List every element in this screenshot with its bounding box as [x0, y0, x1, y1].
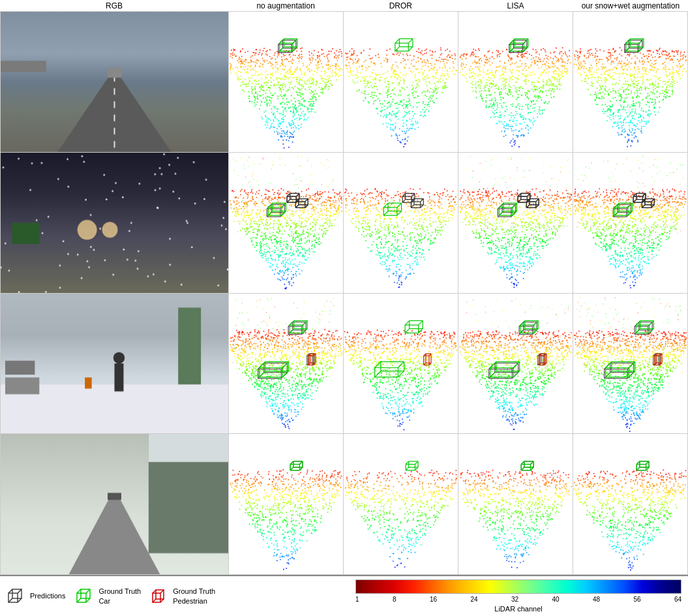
svg-point-11085 [482, 484, 483, 485]
svg-point-3523 [331, 301, 332, 303]
svg-point-11978 [642, 78, 644, 80]
svg-point-3752 [276, 494, 277, 495]
svg-point-1563 [341, 211, 342, 212]
svg-point-11286 [526, 474, 528, 476]
svg-point-11533 [510, 540, 511, 541]
svg-point-10616 [463, 336, 464, 337]
svg-point-2952 [230, 341, 232, 342]
svg-point-10066 [541, 394, 542, 395]
svg-point-15107 [606, 348, 608, 349]
svg-point-1775 [327, 230, 328, 231]
svg-point-15692 [637, 484, 638, 485]
svg-point-4878 [387, 106, 389, 108]
svg-point-9255 [480, 198, 481, 200]
svg-point-10588 [543, 380, 545, 381]
svg-point-5764 [413, 261, 415, 262]
svg-point-5322 [413, 224, 414, 225]
svg-point-11590 [515, 512, 516, 513]
svg-point-10770 [554, 368, 555, 369]
svg-point-10444 [533, 363, 535, 365]
svg-point-9850 [526, 395, 528, 396]
svg-point-11425 [506, 510, 507, 512]
svg-point-6067 [397, 382, 398, 384]
svg-point-8707 [559, 220, 560, 221]
svg-point-1059 [289, 258, 290, 260]
svg-point-1258 [293, 264, 294, 265]
svg-point-6315 [402, 354, 404, 356]
svg-point-8507 [543, 224, 545, 225]
svg-point-4010 [278, 479, 280, 480]
svg-point-48 [269, 105, 270, 106]
svg-point-14690 [589, 345, 590, 346]
svg-point-254 [301, 112, 303, 114]
svg-point-12464 [643, 117, 644, 119]
svg-point-11406 [558, 496, 559, 497]
svg-point-3860 [295, 532, 296, 534]
svg-point-15157 [605, 323, 606, 324]
svg-point-11285 [467, 493, 468, 495]
svg-point-12793 [631, 268, 633, 269]
svg-point-6999 [373, 532, 374, 533]
svg-point-2967 [248, 357, 250, 358]
svg-point-1542 [262, 235, 263, 236]
svg-point-4820 [353, 81, 354, 82]
svg-point-6241 [351, 345, 353, 346]
svg-point-7170 [374, 519, 376, 521]
svg-point-6526 [356, 334, 357, 335]
svg-point-4055 [308, 502, 309, 503]
svg-point-6284 [402, 418, 403, 420]
svg-point-12252 [629, 125, 630, 126]
svg-point-9419 [483, 200, 485, 201]
svg-point-11432 [494, 523, 496, 524]
svg-point-4368 [259, 483, 260, 484]
svg-point-12684 [685, 201, 686, 202]
svg-point-11872 [646, 122, 647, 123]
svg-point-15550 [606, 508, 607, 509]
svg-point-10679 [472, 336, 473, 337]
svg-point-8339 [479, 87, 481, 89]
svg-point-662 [266, 77, 267, 78]
svg-point-14342 [626, 354, 627, 356]
svg-point-8605 [549, 219, 550, 220]
svg-point-14931 [671, 342, 672, 343]
svg-point-7695 [464, 67, 466, 68]
svg-point-7400 [387, 478, 388, 480]
svg-point-12174 [628, 84, 629, 85]
svg-point-7212 [396, 541, 398, 542]
svg-point-9215 [511, 253, 512, 254]
svg-point-12481 [665, 65, 666, 66]
svg-point-12409 [603, 66, 604, 67]
svg-point-5775 [378, 251, 380, 253]
svg-point-9262 [515, 199, 516, 200]
svg-point-5 [296, 51, 297, 52]
svg-point-12384 [595, 72, 597, 74]
svg-point-10334 [544, 383, 545, 384]
svg-point-13444 [659, 196, 660, 197]
svg-point-14315 [654, 386, 655, 388]
svg-point-4902 [392, 68, 393, 69]
svg-point-3954 [275, 485, 276, 486]
svg-point-7272 [436, 486, 438, 487]
svg-point-11809 [638, 120, 639, 121]
svg-point-225 [295, 125, 296, 127]
svg-point-14644 [613, 384, 614, 386]
svg-point-11423 [555, 485, 556, 486]
svg-point-10482 [505, 384, 507, 385]
svg-point-3235 [297, 339, 298, 341]
svg-point-4327 [315, 497, 316, 499]
svg-point-15375 [623, 506, 624, 508]
svg-point-10467 [511, 356, 513, 357]
svg-point-3944 [245, 490, 247, 491]
svg-point-12634 [659, 239, 660, 241]
svg-point-9830 [510, 392, 511, 393]
svg-point-379 [303, 111, 304, 112]
svg-point-8916 [516, 284, 517, 285]
svg-point-8451 [485, 225, 486, 226]
svg-point-14770 [613, 350, 614, 351]
svg-point-9191 [537, 249, 539, 251]
svg-point-15532 [619, 529, 620, 531]
svg-point-13624 [616, 187, 617, 189]
svg-point-200 [311, 69, 312, 70]
svg-point-8934 [511, 194, 512, 196]
svg-point-72 [288, 61, 290, 62]
